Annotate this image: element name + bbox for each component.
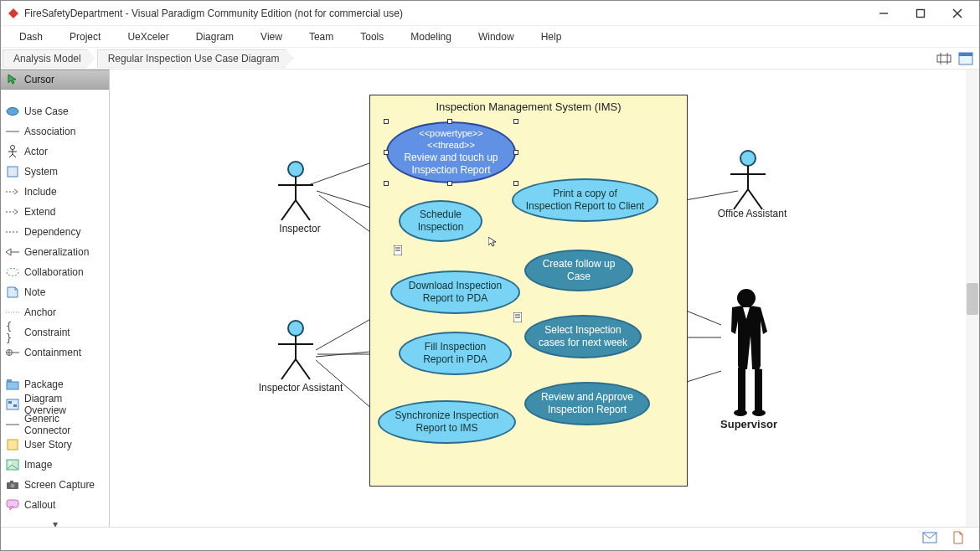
palette-collapse[interactable]: ▾ (1, 515, 109, 527)
actor-inspector-assistant[interactable] (273, 319, 319, 382)
close-button[interactable] (939, 2, 976, 25)
breadcrumb-level-2[interactable]: Regular Inspection Use Case Diagram (97, 49, 294, 68)
svg-line-69 (748, 189, 762, 209)
palette-collaboration[interactable]: Collaboration (1, 262, 109, 282)
svg-rect-9 (959, 53, 972, 56)
svg-marker-77 (488, 237, 496, 246)
usecase-sync[interactable]: Synchronize Inspection Report to IMS (378, 400, 516, 444)
palette-system[interactable]: System (1, 162, 109, 182)
document-icon[interactable] (952, 531, 964, 547)
breadcrumb-level-1[interactable]: Analysis Model (3, 49, 95, 68)
palette-generic-connector[interactable]: Generic Connector (1, 415, 109, 435)
menu-window[interactable]: Window (465, 28, 528, 46)
overview-icon (6, 398, 19, 411)
system-icon (6, 165, 19, 178)
usecase-schedule[interactable]: Schedule Inspection (399, 200, 482, 242)
svg-point-11 (7, 108, 18, 116)
svg-marker-10 (8, 75, 16, 84)
diagram-toolbar-icon-1[interactable] (936, 50, 952, 67)
palette-actor[interactable]: Actor (1, 142, 109, 162)
image-icon (6, 458, 19, 471)
resource-indicator-icon (513, 312, 522, 322)
palette-callout[interactable]: Callout (1, 495, 109, 515)
palette-screen-capture[interactable]: Screen Capture (1, 475, 109, 495)
menu-project[interactable]: Project (56, 28, 114, 46)
camera-icon (6, 478, 19, 492)
menubar: Dash Project UeXceler Diagram View Team … (1, 26, 979, 48)
userstory-icon (6, 438, 19, 451)
usecase-approve[interactable]: Review and Approve Inspection Report (524, 382, 650, 425)
selection-handle[interactable] (384, 119, 389, 124)
palette-anchor[interactable]: Anchor (1, 302, 109, 322)
selection-handle[interactable] (447, 181, 452, 186)
palette-constraint[interactable]: { } Constraint (1, 322, 109, 342)
titlebar: FireSafetyDepartment - Visual Paradigm C… (1, 1, 979, 26)
diagram-toolbar-icon-2[interactable] (957, 50, 974, 67)
actor-inspector[interactable] (273, 160, 319, 223)
palette-containment[interactable]: Containment (1, 342, 109, 363)
menu-tools[interactable]: Tools (347, 28, 397, 46)
actor-supervisor-label: Supervisor (711, 418, 787, 430)
resource-cursor-icon (488, 237, 497, 247)
selection-handle[interactable] (513, 181, 518, 186)
menu-modeling[interactable]: Modeling (397, 28, 465, 46)
usecase-select[interactable]: Select Inspection cases for next week (524, 315, 642, 358)
package-icon (6, 378, 19, 391)
menu-team[interactable]: Team (296, 28, 347, 46)
selection-handle[interactable] (513, 119, 518, 124)
selection-handle[interactable] (384, 181, 389, 186)
palette-generalization[interactable]: Generalization (1, 242, 109, 262)
selection-handle[interactable] (447, 119, 452, 124)
actor-office-assistant[interactable] (725, 149, 771, 212)
svg-point-65 (740, 151, 756, 166)
svg-rect-18 (8, 167, 18, 177)
palette-include[interactable]: Include (1, 182, 109, 202)
mail-icon[interactable] (922, 532, 937, 546)
palette-user-story[interactable]: User Story (1, 435, 109, 455)
palette-dependency[interactable]: Dependency (1, 222, 109, 242)
svg-marker-43 (10, 507, 13, 510)
menu-diagram[interactable]: Diagram (183, 28, 247, 46)
callout-icon (6, 498, 19, 512)
anchor-icon (6, 306, 19, 319)
selection-handle[interactable] (384, 150, 389, 155)
scrollbar-thumb[interactable] (967, 283, 978, 315)
menu-help[interactable]: Help (528, 28, 575, 46)
extend-icon (6, 205, 19, 219)
palette-association[interactable]: Association (1, 121, 109, 142)
usecase-download[interactable]: Download Inspection Report to PDA (390, 270, 520, 314)
usecase-icon (6, 105, 19, 118)
selection-handle[interactable] (513, 150, 518, 155)
palette-cursor[interactable]: Cursor (1, 70, 109, 90)
minimize-button[interactable] (865, 2, 902, 25)
generic-connector-icon (6, 418, 19, 431)
palette-image[interactable]: Image (1, 455, 109, 475)
menu-dash[interactable]: Dash (6, 28, 56, 46)
cursor-icon (6, 73, 19, 86)
actor-supervisor[interactable] (709, 286, 784, 420)
main-body: Cursor Use Case Association Actor System (1, 70, 979, 527)
menu-view[interactable]: View (247, 28, 296, 46)
svg-line-58 (281, 200, 296, 220)
usecase-review-touchup[interactable]: <<powertype>> <<thread>> Review and touc… (386, 121, 516, 183)
dependency-icon (6, 225, 19, 239)
resource-indicator-icon (394, 245, 402, 255)
include-icon (6, 185, 19, 198)
diagram-canvas[interactable]: Inspection Management System (IMS) Inspe… (110, 70, 979, 527)
vertical-scrollbar[interactable] (966, 70, 979, 527)
svg-marker-0 (8, 8, 18, 18)
svg-point-24 (7, 269, 18, 276)
usecase-fill[interactable]: Fill Inspection Report in PDA (399, 332, 512, 375)
palette-package[interactable]: Package (1, 374, 109, 394)
palette-note[interactable]: Note (1, 282, 109, 302)
svg-line-68 (734, 189, 748, 209)
svg-point-38 (9, 462, 12, 465)
palette-usecase[interactable]: Use Case (1, 101, 109, 121)
palette-extend[interactable]: Extend (1, 202, 109, 222)
menu-uexceler[interactable]: UeXceler (114, 28, 182, 46)
svg-rect-31 (7, 382, 18, 389)
maximize-button[interactable] (902, 2, 939, 25)
palette-diagram-overview[interactable]: Diagram Overview (1, 394, 109, 415)
usecase-print[interactable]: Print a copy of Inspection Report to Cli… (512, 178, 658, 222)
usecase-followup[interactable]: Create follow up Case (524, 250, 633, 291)
